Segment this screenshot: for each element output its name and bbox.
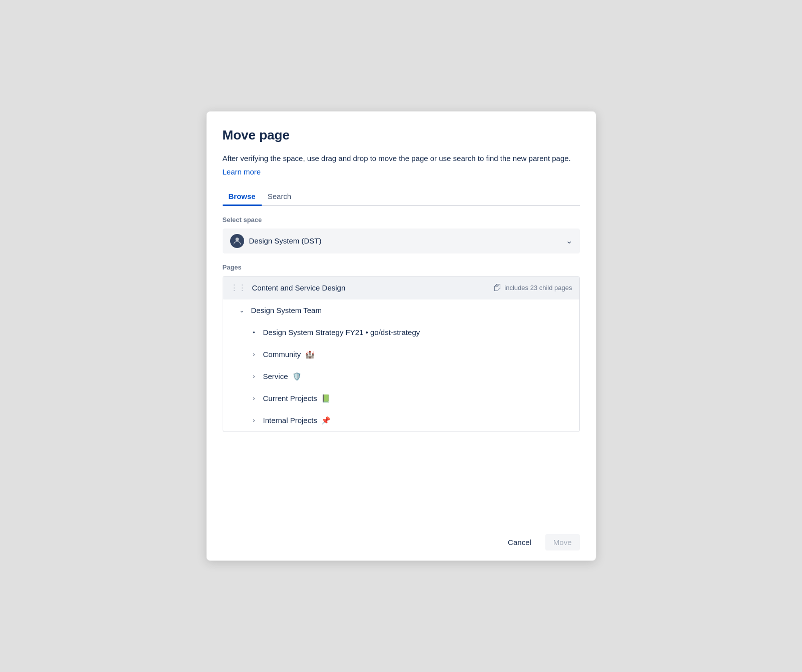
page-title-community: Community 🏰 [263, 350, 572, 359]
chevron-right-icon: › [249, 416, 259, 426]
page-title-design-system-team: Design System Team [251, 306, 572, 314]
drag-handle-icon: ⋮⋮ [230, 283, 246, 292]
dialog-title: Move page [223, 128, 580, 143]
service-emoji: 🛡️ [292, 372, 302, 380]
move-page-dialog: Move page After verifying the space, use… [206, 111, 596, 561]
internal-projects-emoji: 📌 [321, 416, 331, 424]
selected-space-name: Design System (DST) [249, 236, 566, 245]
child-pages-count: includes 23 child pages [504, 284, 572, 292]
page-row-internal-projects[interactable]: › Internal Projects 📌 [223, 410, 579, 432]
chevron-right-icon: › [249, 350, 259, 360]
tab-search[interactable]: Search [262, 188, 298, 206]
page-row-design-system-team[interactable]: ⌄ Design System Team [223, 300, 579, 322]
page-row-design-system-strategy[interactable]: ● Design System Strategy FY21 • go/dst-s… [223, 322, 579, 344]
chevron-right-icon: › [249, 394, 259, 404]
pages-label: Pages [223, 264, 580, 271]
page-title-internal-projects: Internal Projects 📌 [263, 416, 572, 425]
chevron-down-icon: ⌄ [237, 306, 247, 316]
page-row-current-projects[interactable]: › Current Projects 📗 [223, 388, 579, 410]
space-selector-label: Select space [223, 216, 580, 224]
tab-browse[interactable]: Browse [223, 188, 262, 206]
tabs-container: Browse Search [223, 188, 580, 206]
move-button[interactable]: Move [545, 534, 580, 550]
page-row-service[interactable]: › Service 🛡️ [223, 366, 579, 388]
community-emoji: 🏰 [305, 350, 315, 358]
learn-more-link[interactable]: Learn more [223, 168, 261, 176]
child-pages-badge: 🗍 includes 23 child pages [494, 284, 572, 292]
page-title-content-service-design: Content and Service Design [252, 284, 494, 292]
current-projects-emoji: 📗 [321, 394, 331, 402]
chevron-down-icon: ⌄ [566, 236, 572, 246]
dialog-description: After verifying the space, use drag and … [223, 153, 580, 164]
page-row-community[interactable]: › Community 🏰 [223, 344, 579, 366]
page-row-content-service-design[interactable]: ⋮⋮ Content and Service Design 🗍 includes… [223, 276, 579, 300]
space-selector-dropdown[interactable]: Design System (DST) ⌄ [223, 228, 580, 254]
bullet-icon: ● [249, 328, 259, 338]
dialog-footer: Cancel Move [207, 524, 596, 560]
pages-container[interactable]: ⋮⋮ Content and Service Design 🗍 includes… [223, 276, 580, 432]
chevron-right-icon: › [249, 372, 259, 382]
page-title-service: Service 🛡️ [263, 372, 572, 381]
copy-icon: 🗍 [494, 284, 501, 292]
cancel-button[interactable]: Cancel [500, 534, 539, 550]
space-icon [230, 234, 244, 248]
page-title-current-projects: Current Projects 📗 [263, 394, 572, 403]
page-title-design-system-strategy: Design System Strategy FY21 • go/dst-str… [263, 328, 572, 336]
svg-point-0 [235, 238, 239, 241]
